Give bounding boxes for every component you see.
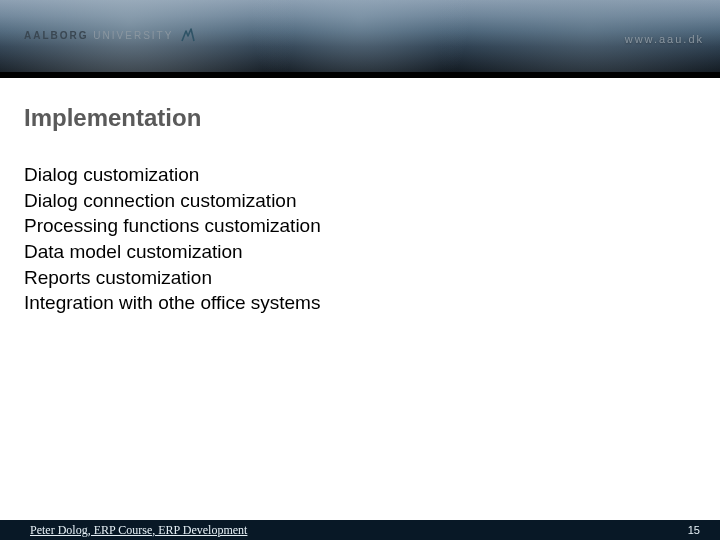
page-title: Implementation: [24, 104, 720, 132]
footer: Peter Dolog, ERP Course, ERP Development…: [0, 520, 720, 540]
logo-text-primary: AALBORG: [24, 30, 89, 41]
list-item: Data model customization: [24, 239, 720, 265]
list-item: Reports customization: [24, 265, 720, 291]
header-url: www.aau.dk: [625, 33, 704, 45]
list-item: Integration with othe office systems: [24, 290, 720, 316]
list-item: Processing functions customization: [24, 213, 720, 239]
footer-page-number: 15: [688, 524, 700, 536]
footer-author: Peter Dolog, ERP Course, ERP Development: [30, 523, 247, 538]
list-item: Dialog connection customization: [24, 188, 720, 214]
logo-text-secondary: UNIVERSITY: [93, 30, 173, 41]
list-item: Dialog customization: [24, 162, 720, 188]
logo: AALBORG UNIVERSITY: [24, 26, 197, 44]
header-band: AALBORG UNIVERSITY www.aau.dk: [0, 0, 720, 78]
content-list: Dialog customization Dialog connection c…: [24, 162, 720, 316]
logo-mark-icon: [179, 26, 197, 44]
